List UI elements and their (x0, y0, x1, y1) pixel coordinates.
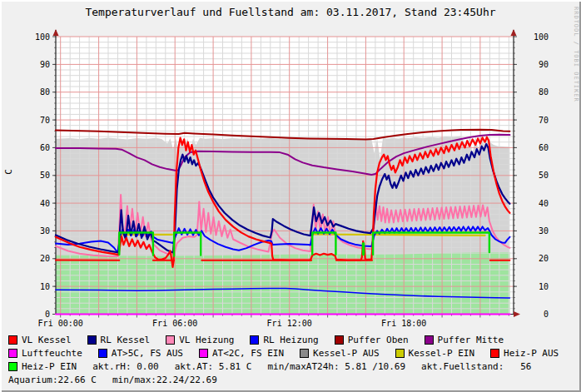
legend-label: Heiz-P EIN (22, 361, 77, 372)
legend: VL KesselRL KesselVL HeizungRL HeizungPu… (8, 335, 574, 388)
svg-text:Fri 12:00: Fri 12:00 (267, 319, 312, 328)
legend-label: AT>5C, FS AUS (112, 348, 183, 359)
legend-stat: akt.rH: 0.00 (92, 361, 158, 372)
legend-stat: min/maxAT24h: 5.81 /10.69 (267, 361, 405, 372)
series-heiz_p_ein (363, 244, 364, 255)
legend-stat: min/max:22.24/22.69 (112, 375, 217, 385)
legend-swatch-icon (8, 349, 17, 358)
svg-text:70: 70 (40, 116, 50, 125)
legend-item: AT>5C, FS AUS (98, 348, 183, 359)
svg-text:Fri 06:00: Fri 06:00 (152, 319, 197, 328)
svg-text:20: 20 (539, 254, 549, 263)
legend-swatch-icon (300, 349, 309, 358)
legend-row: Heiz-P EINakt.rH: 0.00akt.AT: 5.81 Cmin/… (8, 361, 574, 372)
svg-text:80: 80 (539, 87, 549, 97)
legend-label: akt.Fuellstand: 56 (421, 361, 531, 372)
svg-text:90: 90 (40, 60, 50, 69)
legend-label: VL Heizung (179, 335, 234, 345)
svg-text:60: 60 (539, 143, 549, 152)
legend-swatch-icon (87, 335, 97, 345)
legend-label: Kessel-P EIN (409, 348, 474, 359)
svg-text:40: 40 (539, 199, 549, 208)
legend-label: akt.AT: 5.81 C (175, 361, 252, 372)
chart-svg: 0010102020303040405050606070708080909010… (0, 0, 581, 331)
svg-text:100: 100 (534, 32, 549, 42)
legend-item: VL Heizung (166, 335, 234, 345)
legend-row: Aquarium:22.66 Cmin/max:22.24/22.69 (8, 375, 574, 385)
svg-text:50: 50 (539, 171, 549, 180)
legend-label: RL Kessel (101, 335, 151, 345)
legend-item: AT<2C, FS EIN (199, 348, 284, 359)
legend-row: VL KesselRL KesselVL HeizungRL HeizungPu… (8, 335, 574, 345)
legend-label: Puffer Oben (348, 335, 409, 345)
legend-item: Kessel-P EIN (395, 348, 474, 359)
legend-item: Puffer Mitte (425, 335, 504, 345)
legend-label: Heiz-P AUS (504, 348, 559, 359)
legend-item: Heiz-P AUS (490, 348, 559, 359)
svg-text:Fri 00:00: Fri 00:00 (38, 319, 83, 328)
legend-label: min/max:22.24/22.69 (112, 375, 217, 385)
svg-text:30: 30 (539, 226, 549, 236)
chart-canvas: 0010102020303040405050606070708080909010… (0, 0, 581, 335)
svg-text:100: 100 (35, 32, 50, 42)
legend-label: VL Kessel (22, 335, 72, 345)
legend-item: Heiz-P EIN (8, 361, 77, 372)
legend-swatch-icon (395, 349, 405, 358)
legend-swatch-icon (335, 335, 344, 345)
legend-row: LuftfeuchteAT>5C, FS AUSAT<2C, FS EINKes… (8, 348, 574, 359)
svg-text:50: 50 (40, 171, 50, 180)
legend-item: RL Kessel (87, 335, 151, 345)
svg-text:80: 80 (40, 87, 50, 97)
legend-item: Kessel-P AUS (300, 348, 379, 359)
legend-item: RL Heizung (250, 335, 318, 345)
rrdtool-graph: Temperaturverlauf und Fuellstand am: 03.… (0, 0, 581, 392)
legend-swatch-icon (8, 362, 17, 371)
legend-swatch-icon (199, 349, 208, 358)
legend-item: Luftfeuchte (8, 348, 82, 359)
legend-label: AT<2C, FS EIN (212, 348, 284, 359)
legend-swatch-icon (166, 335, 175, 345)
svg-text:10: 10 (539, 282, 549, 291)
svg-text:90: 90 (539, 60, 549, 69)
svg-text:0: 0 (544, 310, 549, 319)
legend-label: akt.rH: 0.00 (92, 361, 158, 372)
svg-text:60: 60 (40, 143, 50, 152)
legend-label: RL Heizung (263, 335, 318, 345)
legend-label: Kessel-P AUS (313, 348, 379, 359)
svg-text:70: 70 (539, 116, 549, 125)
legend-swatch-icon (490, 349, 499, 358)
legend-swatch-icon (8, 335, 17, 345)
area-aquarium (56, 252, 509, 315)
svg-text:0: 0 (45, 310, 50, 319)
legend-label: Luftfeuchte (22, 348, 82, 359)
svg-text:10: 10 (40, 282, 50, 291)
svg-text:20: 20 (40, 254, 50, 263)
legend-label: Puffer Mitte (438, 335, 504, 345)
legend-label: Aquarium:22.66 C (8, 375, 97, 385)
legend-stat: Aquarium:22.66 C (8, 375, 97, 385)
legend-item: Puffer Oben (335, 335, 409, 345)
svg-text:40: 40 (40, 199, 50, 208)
legend-swatch-icon (250, 335, 259, 345)
legend-item: VL Kessel (8, 335, 72, 345)
svg-text:Fri 18:00: Fri 18:00 (381, 319, 426, 328)
legend-stat: akt.Fuellstand: 56 (421, 361, 531, 372)
legend-stat: akt.AT: 5.81 C (175, 361, 252, 372)
legend-swatch-icon (425, 335, 434, 345)
legend-swatch-icon (98, 349, 107, 358)
svg-text:30: 30 (40, 226, 50, 236)
legend-label: min/maxAT24h: 5.81 /10.69 (267, 361, 405, 372)
